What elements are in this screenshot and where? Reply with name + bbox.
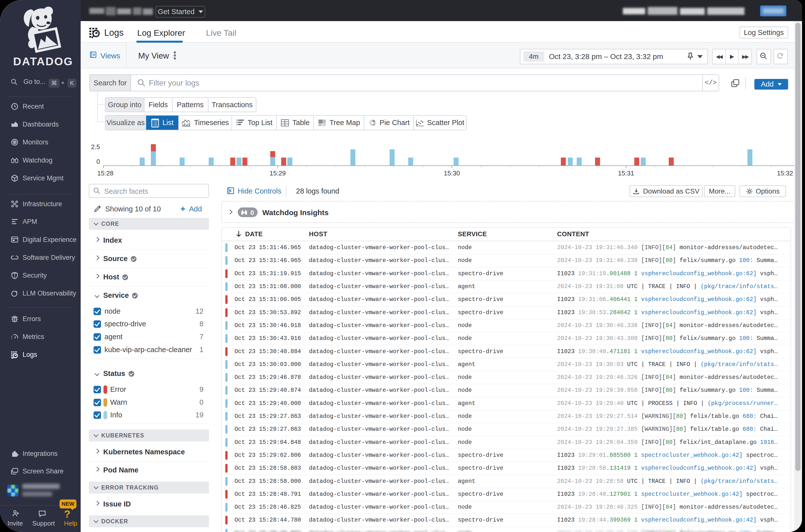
svg-text:15:28: 15:28 [97,170,113,177]
svg-text:15:31: 15:31 [618,170,634,177]
svg-text:0: 0 [97,158,100,165]
svg-text:15:29: 15:29 [269,170,286,177]
svg-text:15:32: 15:32 [777,170,793,177]
svg-text:2.5: 2.5 [91,143,100,151]
svg-text:15:30: 15:30 [444,170,460,177]
